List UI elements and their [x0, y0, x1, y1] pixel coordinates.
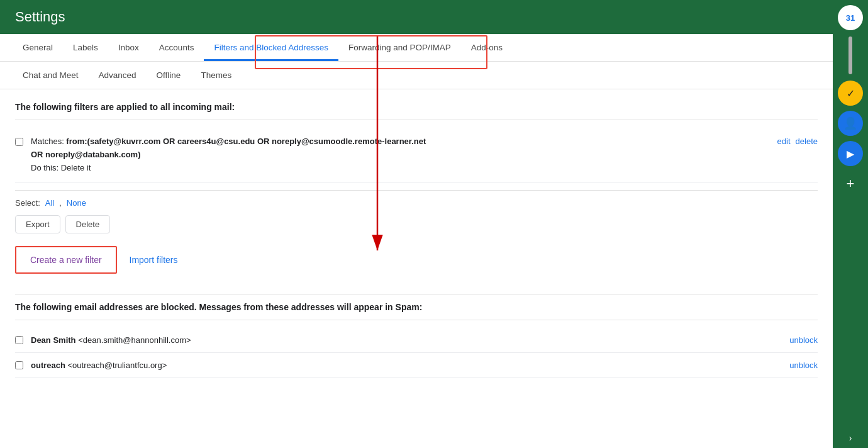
tabs-row2: Chat and Meet Advanced Offline Themes — [0, 62, 833, 89]
divider-3 — [15, 294, 818, 294]
create-filter-annotation-box: Create a new filter — [15, 246, 117, 274]
tab-advanced[interactable]: Advanced — [89, 62, 147, 89]
filter-action-buttons: edit delete — [777, 135, 818, 146]
blocked-checkbox-1[interactable] — [15, 336, 23, 344]
matches-criteria: from:(safety@kuvrr.com OR careers4u@csu.… — [66, 137, 426, 146]
matches-label: Matches: — [31, 137, 66, 146]
tab-inbox[interactable]: Inbox — [108, 34, 149, 61]
blocked-name-2: outreach — [31, 361, 65, 370]
select-row: Select: All, None — [15, 198, 818, 208]
main-content: The following filters are applied to all… — [0, 89, 833, 391]
tab-offline[interactable]: Offline — [147, 62, 191, 89]
blocked-email-2: <outreach@truliantfcu.org> — [68, 361, 167, 370]
tab-general[interactable]: General — [13, 34, 63, 61]
divider-1 — [15, 120, 818, 120]
right-sidebar: 31 ✓ 👤 ▶ + › — [833, 0, 868, 448]
contacts-icon[interactable]: 👤 — [838, 111, 863, 136]
blocked-section-header: The following email addresses are blocke… — [15, 302, 818, 312]
export-button[interactable]: Export — [15, 215, 60, 233]
tab-accounts[interactable]: Accounts — [149, 34, 204, 61]
blocked-email-1: <dean.smith@hannonhill.com> — [78, 335, 191, 345]
blocked-checkbox-2[interactable] — [15, 361, 23, 369]
filter-criteria-cont: OR noreply@databank.com) — [31, 148, 770, 162]
page-title: Settings — [15, 9, 65, 25]
edit-filter-link[interactable]: edit — [777, 137, 791, 146]
blocked-address-text-2: outreach <outreach@truliantfcu.org> — [31, 361, 782, 370]
tab-forwarding[interactable]: Forwarding and POP/IMAP — [338, 34, 461, 61]
create-filter-button[interactable]: Create a new filter — [18, 249, 114, 271]
delete-filter-link[interactable]: delete — [796, 137, 818, 146]
tab-themes[interactable]: Themes — [191, 62, 242, 89]
filters-section-header: The following filters are applied to all… — [15, 102, 818, 112]
select-label: Select: — [15, 198, 40, 208]
tab-filters[interactable]: Filters and Blocked Addresses — [204, 34, 338, 61]
tabs-row1: General Labels Inbox Accounts Filters an… — [0, 34, 833, 62]
create-filter-wrapper: Create a new filter Import filters — [15, 246, 178, 274]
select-all-link[interactable]: All — [45, 198, 54, 208]
filter-matches: Matches: from:(safety@kuvrr.com OR caree… — [31, 135, 770, 148]
delete-button[interactable]: Delete — [65, 215, 111, 233]
settings-content: General Labels Inbox Accounts Filters an… — [0, 34, 833, 448]
tab-chat[interactable]: Chat and Meet — [13, 62, 89, 89]
matches-criteria-2: OR noreply@databank.com) — [31, 150, 140, 159]
tab-addons[interactable]: Add-ons — [461, 34, 513, 61]
calendar-icon[interactable]: 31 — [838, 5, 863, 30]
divider-4 — [15, 320, 818, 320]
unblock-link-2[interactable]: unblock — [789, 361, 818, 370]
sidebar-scroll — [849, 36, 852, 74]
chevron-right-icon[interactable]: › — [849, 433, 852, 443]
tasks-icon[interactable]: ✓ — [838, 81, 863, 106]
blocked-address-text-1: Dean Smith <dean.smith@hannonhill.com> — [31, 335, 782, 345]
tab-labels[interactable]: Labels — [63, 34, 108, 61]
import-filters-link[interactable]: Import filters — [130, 255, 178, 265]
filter-details: Matches: from:(safety@kuvrr.com OR caree… — [31, 135, 770, 174]
meet-icon[interactable]: ▶ — [838, 141, 863, 166]
divider-2 — [15, 190, 818, 191]
filter-action: Do this: Delete it — [31, 162, 770, 175]
blocked-name-1: Dean Smith — [31, 335, 76, 345]
action-buttons: Export Delete — [15, 215, 818, 233]
add-apps-icon[interactable]: + — [838, 171, 863, 196]
blocked-item-2: outreach <outreach@truliantfcu.org> unbl… — [15, 353, 818, 378]
settings-header: Settings — [0, 0, 833, 34]
filter-item: Matches: from:(safety@kuvrr.com OR caree… — [15, 128, 818, 182]
blocked-item-1: Dean Smith <dean.smith@hannonhill.com> u… — [15, 328, 818, 353]
filter-checkbox[interactable] — [15, 138, 23, 146]
select-none-link[interactable]: None — [67, 198, 86, 208]
unblock-link-1[interactable]: unblock — [789, 335, 818, 345]
